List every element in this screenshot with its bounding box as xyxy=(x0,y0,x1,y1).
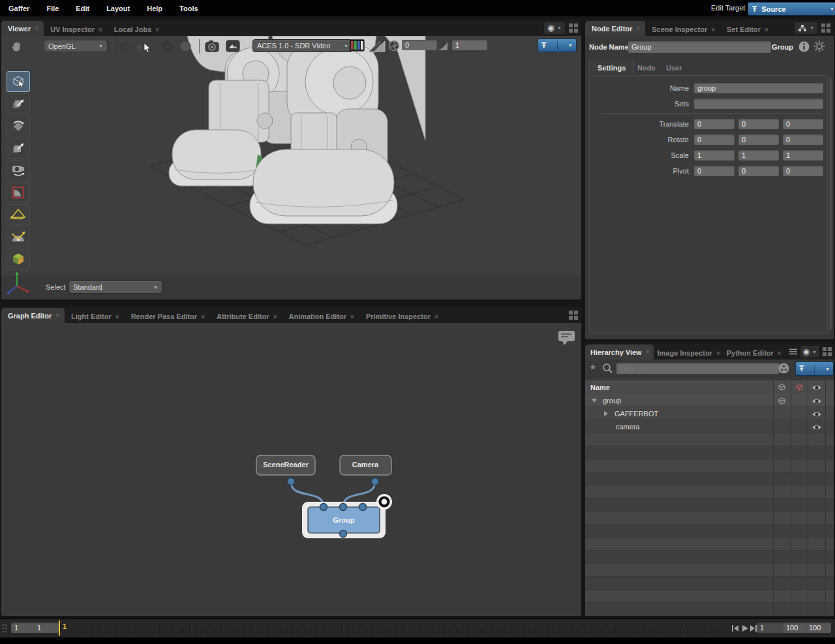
gamma-icon[interactable] xyxy=(438,41,448,51)
node-camera[interactable]: Camera xyxy=(340,455,391,485)
eye-icon[interactable] xyxy=(812,423,822,431)
playhead[interactable] xyxy=(59,621,60,636)
menu-gaffer[interactable]: Gaffer xyxy=(0,5,38,12)
eye-icon[interactable] xyxy=(812,410,822,418)
exposure-aperture-icon[interactable] xyxy=(388,40,400,52)
subtab-node[interactable]: Node xyxy=(637,64,656,72)
close-icon[interactable]: × xyxy=(716,350,720,357)
close-icon[interactable]: × xyxy=(646,348,650,356)
timeline-ruler[interactable] xyxy=(68,621,728,636)
pin-favourites-star-icon[interactable]: ★ xyxy=(589,362,597,372)
viewer-focus-menu-button[interactable]: ◉ ▼ xyxy=(543,22,566,35)
visibility-column-icon[interactable] xyxy=(812,384,822,391)
close-icon[interactable]: × xyxy=(55,312,59,319)
gamma-field[interactable]: 1 xyxy=(452,40,487,50)
close-icon[interactable]: × xyxy=(711,26,715,33)
shading-wireframe-icon[interactable] xyxy=(118,40,131,53)
image-output-icon[interactable] xyxy=(225,39,241,54)
node-name-field[interactable]: Group xyxy=(628,41,771,53)
select-mode-dropdown[interactable]: Standard ▼ xyxy=(68,281,162,294)
scale-x-field[interactable]: 1 xyxy=(694,150,735,161)
layout-grid-icon[interactable] xyxy=(821,23,830,33)
tab-viewer[interactable]: Viewer× xyxy=(1,21,44,36)
port-group-in1[interactable] xyxy=(340,504,347,511)
tab-light-editor[interactable]: Light Editor× xyxy=(65,310,125,323)
hierarchy-row-gafferbot[interactable]: GAFFERBOT xyxy=(585,407,834,420)
hierarchy-focus-menu-button[interactable]: ◉ ▼ xyxy=(800,345,820,358)
camera-icon[interactable] xyxy=(204,38,220,54)
skip-start-icon[interactable] xyxy=(731,624,740,633)
port-camera-out[interactable] xyxy=(372,478,379,485)
menu-help[interactable]: Help xyxy=(138,5,171,12)
display-transform-dropdown[interactable]: ACES 1.0 - SDR Video ▼ xyxy=(252,39,353,52)
close-icon[interactable]: × xyxy=(99,26,102,33)
tool-visualiser[interactable] xyxy=(7,249,30,269)
filter-wheel-icon[interactable] xyxy=(778,363,789,374)
filter-input[interactable] xyxy=(616,363,780,374)
tool-camera[interactable] xyxy=(7,160,30,181)
renderer-dropdown[interactable]: OpenGL ▼ xyxy=(44,40,108,52)
tool-translate[interactable] xyxy=(7,93,30,114)
close-icon[interactable]: × xyxy=(155,26,159,33)
rotate-x-field[interactable]: 0 xyxy=(694,134,735,145)
close-icon[interactable]: × xyxy=(778,350,782,357)
node-group[interactable]: Group xyxy=(302,494,392,538)
close-icon[interactable]: × xyxy=(35,25,38,32)
tab-scene-inspector[interactable]: Scene Inspector× xyxy=(645,23,720,36)
tool-light-position[interactable] xyxy=(7,226,30,247)
current-frame-field[interactable]: 1 xyxy=(757,622,786,633)
hierarchy-row-camera[interactable]: camera xyxy=(585,420,834,433)
tab-local-jobs[interactable]: Local Jobs× xyxy=(108,23,164,36)
gear-icon[interactable] xyxy=(813,40,825,52)
sphere-icon[interactable] xyxy=(179,40,192,53)
port-group-out[interactable] xyxy=(340,530,347,538)
exclude-cube-column-icon[interactable] xyxy=(795,382,804,392)
play-icon[interactable] xyxy=(740,624,750,633)
tab-image-inspector[interactable]: Image Inspector× xyxy=(654,346,724,360)
node-editor-scrollbar[interactable] xyxy=(829,78,832,330)
viewer-pin-dropdown[interactable]: Ŧ ▼ xyxy=(538,38,577,52)
graph-canvas[interactable]: SceneReader Camera Group xyxy=(1,323,581,616)
exposure-field[interactable]: 0 xyxy=(402,40,437,50)
subtab-user[interactable]: User xyxy=(666,64,682,72)
tab-hierarchy-view[interactable]: Hierarchy View× xyxy=(585,345,654,360)
pan-hand-icon[interactable] xyxy=(10,39,24,54)
pivot-y-field[interactable]: 0 xyxy=(738,166,779,176)
hierarchy-pin-dropdown[interactable]: Ŧ ▼ xyxy=(795,361,834,376)
tool-crop-window[interactable] xyxy=(7,182,30,203)
node-editor-mode-button[interactable]: ▼ xyxy=(794,22,818,35)
scene-cube-column-icon[interactable] xyxy=(777,382,787,392)
tab-primitive-inspector[interactable]: Primitive Inspector× xyxy=(359,310,444,323)
scale-z-field[interactable]: 1 xyxy=(783,150,823,161)
pivot-z-field[interactable]: 0 xyxy=(783,166,823,176)
port-group-in2[interactable] xyxy=(359,504,367,511)
menu-lines-icon[interactable] xyxy=(789,348,797,355)
range-end-field[interactable]: 100 xyxy=(783,622,808,633)
port-group-in0[interactable] xyxy=(320,504,327,511)
port-scenereader-out[interactable] xyxy=(288,478,295,485)
translate-x-field[interactable]: 0 xyxy=(694,119,735,129)
tab-graph-editor[interactable]: Graph Editor× xyxy=(1,308,65,323)
subtab-settings[interactable]: Settings xyxy=(589,61,634,74)
tool-selection[interactable] xyxy=(7,71,30,92)
timeline-grip[interactable] xyxy=(2,623,7,634)
tool-light[interactable] xyxy=(7,204,30,225)
focus-ring-icon[interactable] xyxy=(380,498,389,506)
close-icon[interactable]: × xyxy=(765,26,768,33)
layout-grid-icon[interactable] xyxy=(823,347,832,356)
tab-set-editor[interactable]: Set Editor× xyxy=(720,23,774,36)
contrast-triangles-icon[interactable] xyxy=(369,39,386,52)
menu-layout[interactable]: Layout xyxy=(98,5,138,12)
expander-right-icon[interactable] xyxy=(604,411,608,416)
close-icon[interactable]: × xyxy=(201,313,205,320)
frame-field-1[interactable]: 1 xyxy=(11,622,36,633)
tab-attribute-editor[interactable]: Attribute Editor× xyxy=(210,310,282,323)
tab-render-pass-editor[interactable]: Render Pass Editor× xyxy=(125,310,210,323)
solid-cube-icon[interactable] xyxy=(161,40,174,53)
layout-grid-icon[interactable] xyxy=(569,23,578,33)
close-icon[interactable]: × xyxy=(350,313,354,320)
menu-file[interactable]: File xyxy=(38,5,67,12)
edit-target-dropdown[interactable]: Ŧ Source ▼ xyxy=(748,2,835,16)
pivot-x-field[interactable]: 0 xyxy=(694,166,735,176)
menu-edit[interactable]: Edit xyxy=(67,5,98,12)
